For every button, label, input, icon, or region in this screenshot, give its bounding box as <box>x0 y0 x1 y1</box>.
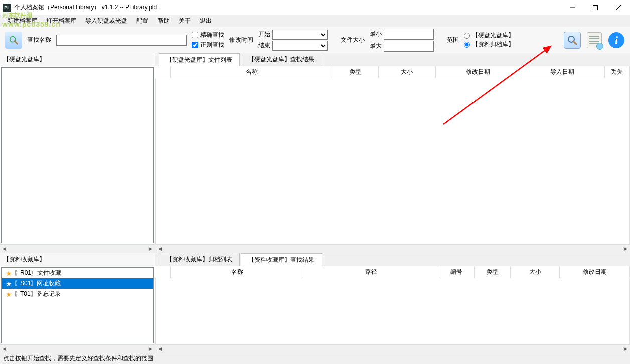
col-blank[interactable] <box>155 66 171 78</box>
left-top-pane: 【硬盘光盘库】 ◄► <box>0 53 155 253</box>
scope-label: 范围 <box>447 36 459 44</box>
scrollbar-h-bot-right[interactable]: ◄► <box>155 344 630 353</box>
window-title: 个人档案馆（Personal Library） v1.1.2 -- PLibra… <box>14 3 157 12</box>
star-icon: ★ <box>6 280 12 288</box>
col-no[interactable]: 编号 <box>438 266 475 278</box>
menu-config[interactable]: 配置 <box>132 16 152 26</box>
right-bot-pane: 【资料收藏库】归档列表 【资料收藏库】查找结果 名称 路径 编号 类型 大小 修… <box>155 253 630 353</box>
close-button[interactable] <box>607 0 630 15</box>
settings-button[interactable] <box>586 32 603 49</box>
search-name-label: 查找名称 <box>27 36 51 44</box>
minimize-button[interactable] <box>561 0 584 15</box>
modtime-label: 修改时间 <box>229 36 253 44</box>
svg-line-5 <box>15 41 18 44</box>
tab-search-results[interactable]: 【硬盘光盘库】查找结果 <box>241 53 322 66</box>
svg-rect-1 <box>593 5 598 10</box>
scope-archive-radio[interactable]: 【资料归档库】 <box>464 41 514 49</box>
menu-help[interactable]: 帮助 <box>153 16 174 26</box>
col-type2[interactable]: 类型 <box>475 266 511 278</box>
status-text: 点击按钮开始查找，需要先定义好查找条件和查找的范围 <box>3 354 153 363</box>
col-moddate[interactable]: 修改日期 <box>436 66 521 78</box>
col-name[interactable]: 名称 <box>171 66 333 78</box>
top-list-body[interactable] <box>155 78 630 244</box>
tab-archive-search[interactable]: 【资料收藏库】查找结果 <box>241 253 322 266</box>
menu-about[interactable]: 关于 <box>175 16 195 26</box>
menu-import[interactable]: 导入硬盘或光盘 <box>81 16 131 26</box>
archive-tree[interactable]: ★〖R01〗文件收藏 ★〖S01〗网址收藏 ★〖T01〗备忘记录 <box>1 267 154 343</box>
col-type[interactable]: 类型 <box>333 66 379 78</box>
bot-list-body[interactable] <box>155 278 630 344</box>
info-icon: i <box>608 32 624 48</box>
titlebar: PL 个人档案馆（Personal Library） v1.1.2 -- PLi… <box>0 0 630 15</box>
statusbar: 点击按钮开始查找，需要先定义好查找条件和查找的范围 <box>0 353 630 364</box>
disk-lib-label: 【硬盘光盘库】 <box>0 53 155 66</box>
search-icon <box>5 32 22 49</box>
min-size-input[interactable] <box>384 29 434 40</box>
max-label: 最大 <box>370 42 382 50</box>
filesize-label: 文件大小 <box>341 36 365 44</box>
col-path[interactable]: 路径 <box>304 266 438 278</box>
search-button[interactable] <box>564 32 581 49</box>
info-button[interactable]: i <box>608 32 625 49</box>
scrollbar-h[interactable]: ◄► <box>0 244 155 253</box>
maximize-button[interactable] <box>584 0 607 15</box>
archive-lib-label: 【资料收藏库】 <box>0 253 155 266</box>
tree-item-s01[interactable]: ★〖S01〗网址收藏 <box>2 278 153 289</box>
col-name2[interactable]: 名称 <box>171 266 304 278</box>
tree-item-t01[interactable]: ★〖T01〗备忘记录 <box>2 289 153 299</box>
tab-file-list[interactable]: 【硬盘光盘库】文件列表 <box>159 53 240 66</box>
col-moddate2[interactable]: 修改日期 <box>560 266 630 278</box>
right-top-pane: 【硬盘光盘库】文件列表 【硬盘光盘库】查找结果 名称 类型 大小 修改日期 导入… <box>155 53 630 253</box>
max-size-input[interactable] <box>384 41 434 52</box>
left-bot-pane: 【资料收藏库】 ★〖R01〗文件收藏 ★〖S01〗网址收藏 ★〖T01〗备忘记录… <box>0 253 155 353</box>
min-label: 最小 <box>370 30 382 38</box>
scrollbar-h-bot-left[interactable]: ◄► <box>0 344 155 353</box>
svg-line-7 <box>573 41 576 44</box>
document-gear-icon <box>587 32 602 48</box>
start-label: 开始 <box>258 30 270 39</box>
end-label: 结束 <box>258 41 270 50</box>
app-icon: PL <box>3 4 11 12</box>
top-list-header: 名称 类型 大小 修改日期 导入日期 丢失 <box>155 66 630 78</box>
star-icon: ★ <box>6 269 12 277</box>
tree-item-r01[interactable]: ★〖R01〗文件收藏 <box>2 268 153 278</box>
search-name-input[interactable] <box>56 35 187 46</box>
col-size2[interactable]: 大小 <box>511 266 560 278</box>
start-date-select[interactable] <box>272 30 328 40</box>
menubar: 新建档案库 打开档案库 导入硬盘或光盘 配置 帮助 关于 退出 <box>0 15 630 27</box>
col-blank2[interactable] <box>155 266 171 278</box>
menu-exit[interactable]: 退出 <box>196 16 216 26</box>
menu-open[interactable]: 打开档案库 <box>42 16 80 26</box>
scrollbar-h-top[interactable]: ◄► <box>155 244 630 253</box>
col-size[interactable]: 大小 <box>379 66 436 78</box>
end-date-select[interactable] <box>272 41 328 51</box>
star-icon: ★ <box>6 290 12 298</box>
regex-search-checkbox[interactable]: 正则查找 <box>192 41 224 50</box>
toolbar: 查找名称 精确查找 正则查找 修改时间 开始 结束 文件大小 最小 最大 范围 … <box>0 27 630 53</box>
bot-list-header: 名称 路径 编号 类型 大小 修改日期 <box>155 266 630 278</box>
tab-archive-list[interactable]: 【资料收藏库】归档列表 <box>159 253 240 266</box>
exact-search-checkbox[interactable]: 精确查找 <box>192 31 224 40</box>
col-lost[interactable]: 丢失 <box>605 66 630 78</box>
disk-lib-tree[interactable] <box>1 67 154 243</box>
scope-disk-radio[interactable]: 【硬盘光盘库】 <box>464 32 514 40</box>
menu-new[interactable]: 新建档案库 <box>3 16 41 26</box>
col-importdate[interactable]: 导入日期 <box>520 66 605 78</box>
